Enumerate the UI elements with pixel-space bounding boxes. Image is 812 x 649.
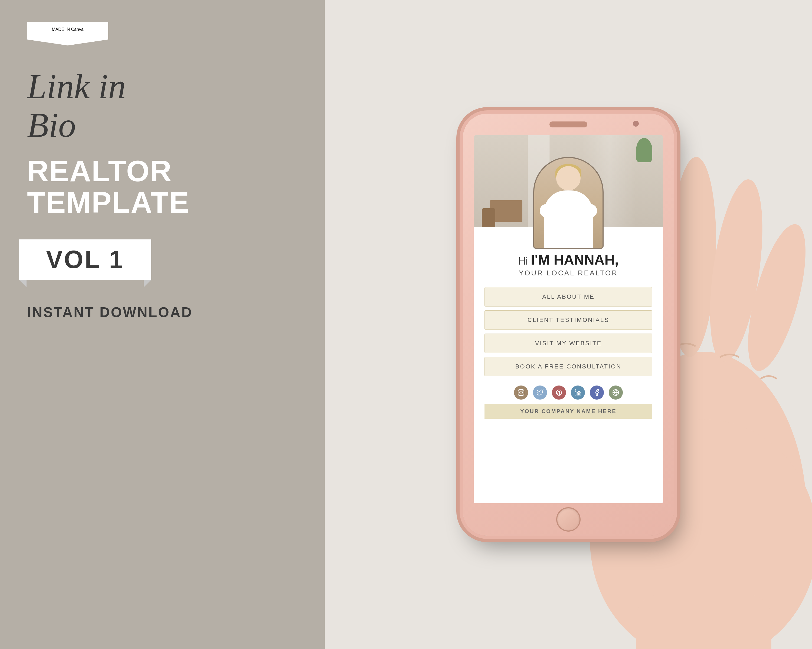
realtor-line1: REALTOR (27, 155, 190, 187)
phone-frame: Hi I'M HANNAH, YOUR LOCAL REALTOR ALL AB… (463, 114, 674, 536)
name-label: I'M HANNAH, (531, 252, 618, 268)
link-in-bio-line2: Bio (27, 105, 76, 145)
profile-arch (533, 157, 604, 249)
vol-label: VOL 1 (46, 246, 124, 273)
canva-badge: MADE IN Canva (27, 21, 108, 46)
svg-rect-7 (636, 595, 771, 649)
phone-scene: Hi I'M HANNAH, YOUR LOCAL REALTOR ALL AB… (379, 27, 758, 622)
greeting-text: Hi I'M HANNAH, (518, 251, 619, 268)
link-button-about[interactable]: ALL ABOUT ME (484, 287, 652, 306)
link-button-consultation[interactable]: BOOK A FREE CONSULTATION (484, 357, 652, 376)
social-icons-row (514, 385, 623, 399)
phone-speaker (549, 122, 588, 127)
screen-header (474, 135, 663, 227)
canva-label: Canva (71, 27, 83, 32)
made-in-label: MADE IN (52, 27, 70, 32)
person-arms (540, 204, 597, 218)
svg-rect-11 (575, 392, 576, 395)
right-panel: Hi I'M HANNAH, YOUR LOCAL REALTOR ALL AB… (325, 0, 812, 649)
phone-bottom (556, 503, 581, 536)
arch-border (533, 157, 604, 249)
canva-ribbon-box: MADE IN Canva (27, 21, 108, 46)
realtor-template-heading: REALTOR TEMPLATE (27, 155, 190, 218)
left-panel: MADE IN Canva Link in Bio REALTOR TEMPLA… (0, 0, 325, 649)
globe-icon[interactable] (609, 385, 623, 399)
phone-top-bar (463, 114, 674, 135)
realtor-subtitle: YOUR LOCAL REALTOR (519, 269, 618, 277)
person-body (544, 190, 593, 249)
home-button[interactable] (556, 507, 581, 532)
twitter-icon[interactable] (533, 385, 547, 399)
link-in-bio-line1: Link in (27, 67, 126, 106)
svg-point-9 (520, 391, 523, 394)
phone-screen: Hi I'M HANNAH, YOUR LOCAL REALTOR ALL AB… (474, 135, 663, 503)
link-button-testimonials[interactable]: CLIENT TESTIMONIALS (484, 310, 652, 330)
svg-rect-8 (518, 390, 524, 396)
vol-ribbon-wrapper: VOL 1 (19, 239, 151, 280)
pinterest-icon[interactable] (552, 385, 566, 399)
instagram-icon[interactable] (514, 385, 528, 399)
facebook-icon[interactable] (590, 385, 604, 399)
instant-download-label: INSTANT DOWNLOAD (27, 304, 193, 320)
realtor-line2: TEMPLATE (27, 187, 190, 218)
svg-point-10 (522, 390, 523, 391)
link-in-bio-text: Link in Bio (27, 67, 126, 145)
company-name-bar: YOUR COMPANY NAME HERE (484, 404, 652, 419)
vol-ribbon: VOL 1 (19, 239, 151, 280)
screen-content: Hi I'M HANNAH, YOUR LOCAL REALTOR ALL AB… (474, 227, 663, 503)
linkedin-icon[interactable] (571, 385, 585, 399)
link-button-website[interactable]: VISIT MY WEBSITE (484, 334, 652, 353)
person-head (556, 166, 581, 190)
hi-label: Hi (518, 255, 531, 267)
phone-camera (633, 121, 639, 126)
interior-chair (482, 208, 495, 227)
svg-point-12 (575, 390, 576, 391)
interior-plant (636, 138, 652, 162)
